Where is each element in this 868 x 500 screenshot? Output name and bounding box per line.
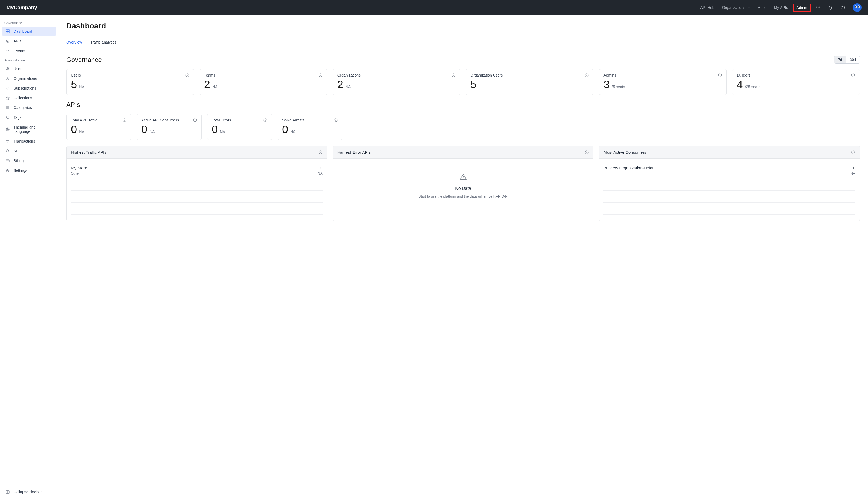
tab-traffic-analytics[interactable]: Traffic analytics xyxy=(90,38,116,48)
sidebar-item-label: APIs xyxy=(13,39,22,43)
sidebar-item-label: Billing xyxy=(13,159,24,163)
metric-suffix: NA xyxy=(149,129,155,134)
nav-admin[interactable]: Admin xyxy=(793,3,811,12)
sidebar-item-theming[interactable]: Theming and Language xyxy=(2,122,56,136)
topbar: MyCompany API Hub Organizations Apps My … xyxy=(0,0,868,15)
svg-point-13 xyxy=(7,116,7,117)
metric-suffix: /25 seats xyxy=(745,85,760,89)
sidebar-item-seo[interactable]: SEO xyxy=(2,146,56,156)
info-icon[interactable] xyxy=(193,118,197,122)
metric-value: 2 xyxy=(204,78,210,90)
sidebar-group-governance: Governance xyxy=(2,19,56,26)
avatar[interactable] xyxy=(853,3,861,12)
metric-value: 0 xyxy=(282,123,288,135)
panel-highest-errors: Highest Error APIs No Data Start to use … xyxy=(333,146,594,221)
list-item-title: Builders Organization-Default xyxy=(603,166,657,170)
range-30d[interactable]: 30d xyxy=(846,56,860,63)
collapse-icon xyxy=(5,490,10,494)
sidebar-item-dashboard[interactable]: Dashboard xyxy=(2,26,56,36)
nav-organizations[interactable]: Organizations xyxy=(722,5,750,10)
inbox-icon[interactable] xyxy=(815,5,820,10)
topbar-nav: API Hub Organizations Apps My APIs Admin xyxy=(700,3,862,12)
metric-builders: Builders 4 /25 seats xyxy=(732,69,860,95)
info-icon[interactable] xyxy=(585,150,589,155)
api-icon xyxy=(5,39,10,43)
sidebar-item-tags[interactable]: Tags xyxy=(2,113,56,122)
list-item[interactable]: Builders Organization-Default 0 NA xyxy=(603,162,855,179)
svg-point-9 xyxy=(8,68,9,68)
metric-teams: Teams 2 NA xyxy=(200,69,327,95)
list-item-value-sub: NA xyxy=(318,171,323,175)
nav-apps[interactable]: Apps xyxy=(758,5,767,10)
sidebar-item-label: Users xyxy=(13,67,24,71)
info-icon[interactable] xyxy=(718,73,722,77)
metric-label: Users xyxy=(71,73,81,77)
sidebar-item-billing[interactable]: Billing xyxy=(2,156,56,166)
info-icon[interactable] xyxy=(851,73,855,77)
metric-org-users: Organization Users 5 xyxy=(466,69,593,95)
metric-suffix: NA xyxy=(290,129,296,134)
sidebar-group-administration: Administration xyxy=(2,56,56,64)
info-icon[interactable] xyxy=(334,118,338,122)
list-item-value: 0 xyxy=(320,166,322,170)
info-icon[interactable] xyxy=(122,118,127,122)
apis-cards: Total API Traffic 0 NA Active API Consum… xyxy=(66,114,860,140)
sidebar-item-collections[interactable]: Collections xyxy=(2,93,56,103)
section-governance-title: Governance xyxy=(66,56,102,64)
info-icon[interactable] xyxy=(185,73,190,77)
company-name[interactable]: MyCompany xyxy=(7,4,37,11)
collapse-label: Collapse sidebar xyxy=(13,490,42,494)
panel-title: Highest Error APIs xyxy=(337,150,371,155)
svg-rect-2 xyxy=(6,30,8,31)
metric-label: Spike Arrests xyxy=(282,118,304,122)
info-icon[interactable] xyxy=(319,73,323,77)
nav-api-hub[interactable]: API Hub xyxy=(700,5,714,10)
metric-admins: Admins 3 /5 seats xyxy=(599,69,727,95)
sidebar-item-events[interactable]: Events xyxy=(2,46,56,56)
sidebar-item-organizations[interactable]: Organizations xyxy=(2,73,56,83)
sidebar-item-users[interactable]: Users xyxy=(2,64,56,73)
sidebar-item-label: Collections xyxy=(13,96,32,100)
list-item[interactable]: My Store Other 0 NA xyxy=(71,162,323,179)
metric-label: Organizations xyxy=(337,73,360,77)
empty-row xyxy=(71,203,323,215)
nav-organizations-label: Organizations xyxy=(722,5,745,10)
nav-my-apis[interactable]: My APIs xyxy=(774,5,788,10)
sidebar-item-label: Theming and Language xyxy=(13,125,53,134)
info-icon[interactable] xyxy=(451,73,456,77)
sidebar-item-settings[interactable]: Settings xyxy=(2,166,56,175)
info-icon[interactable] xyxy=(263,118,267,122)
svg-rect-5 xyxy=(8,32,10,33)
metric-suffix: NA xyxy=(345,85,350,89)
info-icon[interactable] xyxy=(319,150,323,155)
info-icon[interactable] xyxy=(851,150,855,155)
bell-icon[interactable] xyxy=(828,5,833,10)
metric-label: Total API Traffic xyxy=(71,118,97,122)
metric-value: 5 xyxy=(470,78,476,90)
tags-icon xyxy=(5,115,10,120)
collapse-sidebar[interactable]: Collapse sidebar xyxy=(2,487,56,497)
empty-row xyxy=(71,179,323,191)
sidebar-item-categories[interactable]: Categories xyxy=(2,103,56,113)
sidebar-item-label: Transactions xyxy=(13,139,35,144)
metric-label: Teams xyxy=(204,73,215,77)
metric-suffix: NA xyxy=(79,129,84,134)
metric-spike-arrests: Spike Arrests 0 NA xyxy=(278,114,343,140)
metric-suffix: /5 seats xyxy=(612,85,625,89)
empty-row xyxy=(603,203,855,215)
info-icon[interactable] xyxy=(585,73,589,77)
svg-point-8 xyxy=(7,67,8,68)
sidebar-item-subscriptions[interactable]: Subscriptions xyxy=(2,83,56,93)
chevron-down-icon xyxy=(747,6,750,9)
sidebar-item-label: Categories xyxy=(13,105,32,110)
range-7d[interactable]: 7d xyxy=(834,56,846,63)
tabs: Overview Traffic analytics xyxy=(66,38,860,48)
sidebar-item-apis[interactable]: APIs xyxy=(2,36,56,46)
tab-overview[interactable]: Overview xyxy=(66,38,82,48)
transactions-icon xyxy=(5,139,10,144)
sidebar-item-label: Subscriptions xyxy=(13,86,36,90)
sidebar-item-transactions[interactable]: Transactions xyxy=(2,136,56,146)
panel-row: Highest Traffic APIs My Store Other 0 NA xyxy=(66,146,860,221)
help-icon[interactable] xyxy=(841,5,845,10)
sidebar-item-label: SEO xyxy=(13,149,22,153)
